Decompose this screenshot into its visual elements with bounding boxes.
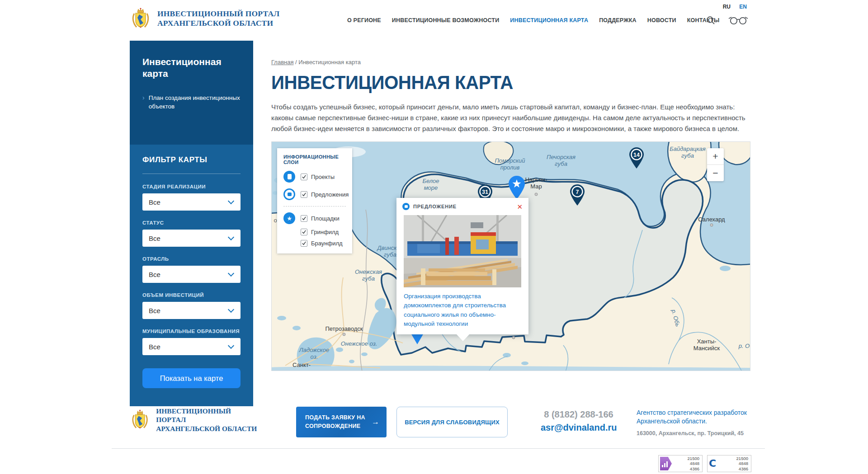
city-dot [512,336,515,339]
offer-photo [404,215,521,287]
status-select-control[interactable]: Все [142,230,241,247]
map-label: Онежскаягуба [355,269,382,282]
page-title: ИНВЕСТИЦИОННАЯ КАРТА [271,72,731,94]
investment-volume-select[interactable]: Все [142,302,241,319]
email-link[interactable]: asr@dvinaland.ru [541,422,617,433]
offer-link[interactable]: Организация производства домокомплектов … [404,292,521,329]
breadcrumb-home-link[interactable]: Главная [271,59,293,66]
close-icon[interactable]: ✕ [517,203,523,210]
coat-of-arms-icon [130,8,151,29]
language-switcher: RU EN [723,4,747,10]
map-label: Онежское оз. [341,341,377,347]
nav-item-opportunities[interactable]: ИНВЕСТИЦИОННЫЕ ВОЗМОЖНОСТИ [392,17,499,23]
search-icon[interactable] [706,16,715,25]
projects-checkbox[interactable] [301,174,307,180]
liveinternet-counter[interactable]: 21500 4848 4386 [658,455,703,472]
layer-row-brownfield: Браунфилд [301,240,346,247]
filter-label: МУНИЦИПАЛЬНЫЕ ОБРАЗОВАНИЯ [142,329,241,334]
map-label: Поморскийпролив [495,158,525,171]
city-dot [343,333,346,336]
sites-checkbox[interactable] [301,215,307,222]
footer-site-title: ИНВЕСТИЦИОННЫЙ ПОРТАЛ АРХАНГЕЛЬСКОЙ ОБЛА… [156,407,261,433]
projects-icon [283,171,295,183]
popup-header: ПРЕДЛОЖЕНИЕ ✕ [396,198,528,215]
site-title: ИНВЕСТИЦИОННЫЙ ПОРТАЛ АРХАНГЕЛЬСКОЙ ОБЛА… [157,9,280,28]
footer-logo[interactable]: ИНВЕСТИЦИОННЫЙ ПОРТАЛ АРХАНГЕЛЬСКОЙ ОБЛА… [130,407,261,433]
layer-label: Браунфилд [311,240,343,247]
industry-select-control[interactable]: Все [142,266,241,283]
map-label: Ханты-Мансийск [693,338,720,352]
show-on-map-button[interactable]: Показать на карте [142,368,241,388]
layer-row-sites: ★ Площадки [283,212,346,224]
map-label: Санкт- [292,362,311,369]
stage-select-control[interactable]: Все [142,193,241,211]
nav-item-support[interactable]: ПОДДЕРЖКА [599,17,637,23]
counter-values: 21500 4848 4386 [688,456,699,471]
svg-text:7: 7 [576,189,579,195]
municipalities-select-control[interactable]: Все [142,338,241,355]
investment-volume-select-control[interactable]: Все [142,302,241,319]
sites-star-icon: ★ [283,212,295,224]
filter-label: СТАТУС [142,220,241,225]
main-content: Главная / Инвестиционная карта ИНВЕСТИЦИ… [271,41,750,371]
map-label: Нарьян-Мар [525,177,547,190]
divider [283,206,346,206]
filter-title: ФИЛЬТР КАРТЫ [142,155,241,164]
map-popup: ПРЕДЛОЖЕНИЕ ✕ [396,198,528,334]
sidebar-item-label: План создания инвестиционных объектов [149,94,241,111]
bar-chart-icon [660,457,672,470]
layer-label: Гринфилд [311,229,339,235]
footer-contacts: 8 (8182) 288-166 asr@dvinaland.ru [541,407,617,433]
coat-of-arms-icon [130,409,150,430]
accessibility-glasses-icon[interactable] [728,16,749,25]
site-footer: ИНВЕСТИЦИОННЫЙ ПОРТАЛ АРХАНГЕЛЬСКОЙ ОБЛА… [0,399,868,472]
apply-support-button[interactable]: ПОДАТЬ ЗАЯВКУ НА СОПРОВОЖДЕНИЕ → [296,407,387,437]
sidebar-section-title: Инвестиционная карта › План создания инв… [130,41,253,145]
filter-group-stage: СТАДИЯ РЕАЛИЗАЦИИ Все [142,184,241,211]
divider [142,174,241,174]
divider [112,448,765,449]
nav-item-news[interactable]: НОВОСТИ [647,17,676,23]
industry-select[interactable]: Все [142,266,241,283]
cluster-marker-7[interactable]: 7 [568,184,586,208]
brownfield-checkbox[interactable] [301,240,307,247]
lang-en[interactable]: EN [739,4,747,10]
status-select[interactable]: Все [142,230,241,247]
layer-label: Проекты [311,174,335,180]
layer-row-projects: Проекты [283,171,346,183]
offers-icon [283,188,295,200]
sidebar-item-plan[interactable]: › План создания инвестиционных объектов [142,94,241,111]
layer-row-greenfield: Гринфилд [301,229,346,235]
page: { "header": { "lang": { "ru": "RU", "en"… [0,0,868,474]
agency-address: 163000, Архангельск, пр. Троицкий, 45 [637,430,759,436]
investment-map[interactable]: БелоемореПоморскийпроливПечорскаягубаНар… [271,141,750,371]
map-marker-tip[interactable] [411,333,424,344]
map-label: р. Обь [670,309,681,327]
map-zoom-control: + − [707,148,724,181]
offers-checkbox[interactable] [301,191,307,198]
accessibility-version-button[interactable]: ВЕРСИЯ ДЛЯ СЛАБОВИДЯЩИХ [396,407,508,437]
site-logo[interactable]: ИНВЕСТИЦИОННЫЙ ПОРТАЛ АРХАНГЕЛЬСКОЙ ОБЛА… [130,8,280,29]
sputnik-counter[interactable]: C 21500 4848 4386 [707,455,751,472]
svg-text:14: 14 [633,152,640,158]
greenfield-checkbox[interactable] [301,229,307,235]
map-label: Белоеморе [422,178,439,191]
layers-panel-title: ИНФОРМАЦИОННЫЕ СЛОИ [283,154,346,165]
site-header: ИНВЕСТИЦИОННЫЙ ПОРТАЛ АРХАНГЕЛЬСКОЙ ОБЛА… [0,0,868,41]
zoom-in-button[interactable]: + [707,148,724,164]
apply-support-label: ПОДАТЬ ЗАЯВКУ НА СОПРОВОЖДЕНИЕ [305,413,365,431]
nav-item-region[interactable]: О РЕГИОНЕ [347,17,381,23]
info-layers-panel: ИНФОРМАЦИОННЫЕ СЛОИ Проекты Предложения … [277,148,352,253]
breadcrumb: Главная / Инвестиционная карта [271,59,750,66]
breadcrumb-current: Инвестиционная карта [298,59,361,66]
municipalities-select[interactable]: Все [142,338,241,355]
zoom-out-button[interactable]: − [707,165,724,181]
layer-row-offers: Предложения [283,188,346,200]
popup-type-label: ПРЕДЛОЖЕНИЕ [413,204,457,209]
stage-select[interactable]: Все [142,193,241,211]
cluster-marker-14[interactable]: 14 [627,147,646,171]
lang-ru[interactable]: RU [723,4,731,10]
footer-agency: Агентство стратегических разработок Арха… [637,407,759,436]
nav-item-investment-map[interactable]: ИНВЕСТИЦИОННАЯ КАРТА [510,17,588,23]
filter-label: ОБЪЕМ ИНВЕСТИЦИЙ [142,292,241,298]
